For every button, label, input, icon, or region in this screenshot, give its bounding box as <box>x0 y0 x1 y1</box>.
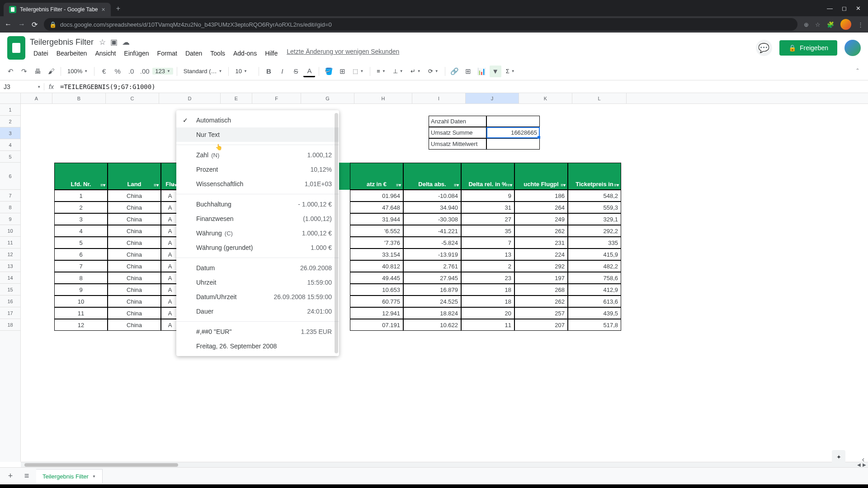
table-cell[interactable]: 34.940 <box>403 202 461 213</box>
table-cell[interactable]: 13 <box>461 249 514 260</box>
font-size-dropdown[interactable]: 10▼ <box>232 68 255 75</box>
zoom-dropdown[interactable]: 100%▼ <box>65 68 90 75</box>
table-cell[interactable]: 40.812 <box>350 260 403 272</box>
star-icon[interactable]: ☆ <box>815 21 821 28</box>
table-cell[interactable]: China <box>108 319 161 331</box>
table-cell[interactable]: 9 <box>461 190 514 202</box>
minimize-icon[interactable]: — <box>827 5 833 12</box>
table-cell[interactable]: 31.944 <box>350 213 403 225</box>
table-cell[interactable]: 18.824 <box>403 307 461 319</box>
format-menu-item[interactable]: Währung(C)1.000,12 € <box>176 226 339 240</box>
table-cell[interactable]: China <box>108 202 161 213</box>
paint-format-button[interactable]: 🖌 <box>45 66 57 77</box>
table-cell[interactable]: China <box>108 272 161 284</box>
summary-label[interactable]: Anzahl Daten <box>429 116 486 127</box>
table-cell[interactable]: 27.945 <box>403 272 461 284</box>
table-cell[interactable]: China <box>108 284 161 296</box>
table-cell[interactable]: 10.622 <box>403 319 461 331</box>
format-menu-item[interactable]: Finanzwesen(1.000,12) <box>176 211 339 226</box>
format-menu-item[interactable]: Buchhaltung- 1.000,12 € <box>176 197 339 211</box>
select-all-corner[interactable] <box>0 93 20 104</box>
table-header-cell[interactable]: Land≡▾ <box>108 163 161 190</box>
column-header[interactable]: E <box>221 93 252 103</box>
fill-handle[interactable] <box>538 136 540 139</box>
column-header[interactable]: D <box>159 93 221 103</box>
comment-button[interactable]: ⊞ <box>462 66 474 77</box>
summary-label[interactable]: Umsatz Summe <box>429 127 486 138</box>
table-cell[interactable]: 439,5 <box>568 307 621 319</box>
menu-datei[interactable]: Datei <box>30 48 52 59</box>
table-cell[interactable]: 10.653 <box>350 284 403 296</box>
row-header[interactable]: 5 <box>0 151 20 163</box>
row-header[interactable]: 16 <box>0 296 20 307</box>
row-header[interactable]: 9 <box>0 213 20 225</box>
row-header[interactable]: 3 <box>0 127 20 139</box>
cloud-icon[interactable]: ☁ <box>122 38 130 47</box>
table-cell[interactable]: 07.191 <box>350 319 403 331</box>
new-tab-button[interactable]: + <box>111 1 126 16</box>
row-header[interactable]: 10 <box>0 225 20 237</box>
table-cell[interactable]: China <box>108 190 161 202</box>
strikethrough-button[interactable]: S <box>290 66 302 77</box>
italic-button[interactable]: I <box>276 66 288 77</box>
selected-cell-j3[interactable]: 16628665 <box>486 127 540 138</box>
table-cell[interactable]: 2 <box>54 202 108 213</box>
table-header-cell[interactable]: Delta abs.≡▾ <box>403 163 461 190</box>
table-cell[interactable]: -5.824 <box>403 237 461 249</box>
table-cell[interactable]: 329,1 <box>568 213 621 225</box>
increase-decimal-button[interactable]: .00 <box>139 66 151 77</box>
menu-icon[interactable]: ⋮ <box>858 21 863 28</box>
side-panel-toggle[interactable]: ‹ <box>862 455 864 464</box>
table-cell[interactable]: 262 <box>514 225 568 237</box>
text-color-button[interactable]: A <box>303 66 315 77</box>
table-cell[interactable]: 262 <box>514 296 568 307</box>
menu-tools[interactable]: Tools <box>207 48 229 59</box>
row-header[interactable]: 2 <box>0 116 20 127</box>
format-menu-item[interactable]: Währung (gerundet)1.000 € <box>176 240 339 255</box>
table-cell[interactable]: 49.445 <box>350 272 403 284</box>
column-header[interactable]: J <box>466 93 519 103</box>
currency-button[interactable]: € <box>98 66 110 77</box>
h-align-button[interactable]: ≡▼ <box>374 68 388 75</box>
table-cell[interactable]: China <box>108 249 161 260</box>
table-cell[interactable]: 186 <box>514 190 568 202</box>
table-cell[interactable]: 224 <box>514 249 568 260</box>
table-cell[interactable]: 18 <box>461 284 514 296</box>
bold-button[interactable]: B <box>263 66 274 77</box>
column-header[interactable]: C <box>106 93 159 103</box>
row-header[interactable]: 1 <box>0 104 20 116</box>
table-cell[interactable]: 197 <box>514 272 568 284</box>
table-cell[interactable]: 20 <box>461 307 514 319</box>
summary-value[interactable] <box>486 138 540 150</box>
link-button[interactable]: 🔗 <box>449 66 461 77</box>
table-header-cell[interactable]: Lfd. Nr.≡▾ <box>54 163 108 190</box>
menu-bearbeiten[interactable]: Bearbeiten <box>53 48 91 59</box>
row-header[interactable]: 8 <box>0 202 20 213</box>
table-cell[interactable]: 9 <box>54 284 108 296</box>
table-cell[interactable]: 11 <box>54 307 108 319</box>
account-avatar[interactable] <box>844 40 861 56</box>
print-button[interactable]: 🖶 <box>32 66 43 77</box>
table-cell[interactable]: 60.775 <box>350 296 403 307</box>
table-cell[interactable]: 16.879 <box>403 284 461 296</box>
table-cell[interactable]: 231 <box>514 237 568 249</box>
wrap-button[interactable]: ↵▼ <box>408 68 424 75</box>
table-cell[interactable]: 24.525 <box>403 296 461 307</box>
format-menu-item[interactable]: Zahl(N)1.000,12 <box>176 148 339 162</box>
table-cell[interactable]: 207 <box>514 319 568 331</box>
document-title[interactable]: Teilergebnis Filter <box>30 38 94 47</box>
menu-format[interactable]: Format <box>154 48 181 59</box>
row-header[interactable]: 14 <box>0 272 20 284</box>
table-cell[interactable]: 2.761 <box>403 260 461 272</box>
merge-button[interactable]: ⬚▼ <box>350 68 366 75</box>
fill-color-button[interactable]: 🪣 <box>323 66 335 77</box>
menu-einfuegen[interactable]: Einfügen <box>120 48 152 59</box>
hide-menus-button[interactable]: ˆ <box>852 66 863 77</box>
summary-value[interactable] <box>486 116 540 127</box>
format-menu-item[interactable]: Dauer24:01:00 <box>176 304 339 319</box>
rotate-button[interactable]: ⟳▼ <box>425 68 441 75</box>
format-menu-item[interactable]: Wissenschaftlich1,01E+03 <box>176 177 339 191</box>
column-header[interactable]: F <box>252 93 301 103</box>
last-edit-info[interactable]: Letzte Änderung vor wenigen Sekunden <box>287 48 399 59</box>
table-cell[interactable]: 7 <box>461 237 514 249</box>
